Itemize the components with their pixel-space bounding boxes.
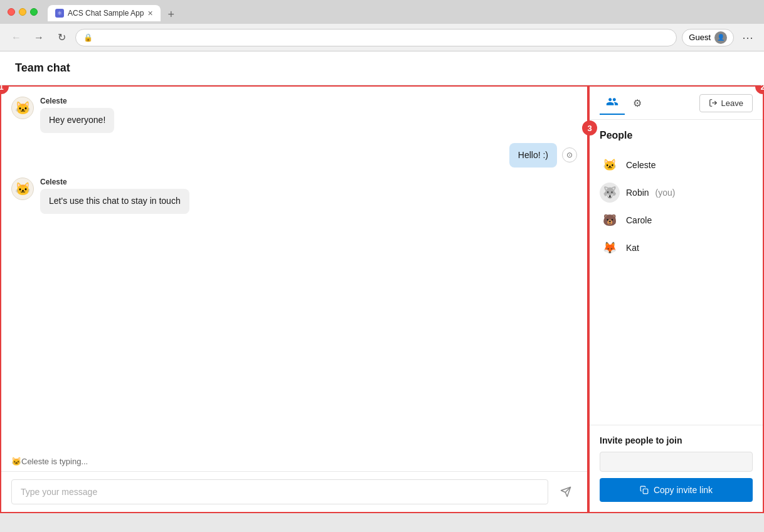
leave-button[interactable]: Leave <box>699 94 753 112</box>
leave-label: Leave <box>721 98 743 108</box>
reload-button[interactable]: ↻ <box>53 29 70 46</box>
invite-section: Invite people to join Copy invite link <box>590 425 763 512</box>
invite-title: Invite people to join <box>600 435 753 445</box>
invite-input[interactable] <box>600 452 753 472</box>
new-tab-button[interactable]: + <box>166 8 178 21</box>
right-panel: 2 3 ⚙ Leave <box>588 85 764 513</box>
avatar: 🐱 <box>11 97 34 119</box>
people-section: People 🐱 Celeste 🐺 Robin (you) 🐻 Carole … <box>590 120 763 425</box>
forward-button[interactable]: → <box>30 29 48 46</box>
messages-container: 🐱 Celeste Hey everyone! Hello! :) ⊙ 🐱 <box>1 87 587 452</box>
page-title: Team chat <box>15 61 70 74</box>
profile-button[interactable]: Guest 👤 <box>682 29 734 46</box>
chat-area: 1 🐱 Celeste Hey everyone! Hello! :) ⊙ <box>0 85 588 513</box>
outgoing-message-bubble: Hello! :) <box>509 143 557 168</box>
person-item-carole: 🐻 Carole <box>600 206 753 234</box>
person-avatar-carole: 🐻 <box>600 210 620 230</box>
message-input[interactable] <box>11 479 548 504</box>
traffic-lights <box>8 8 38 16</box>
gear-icon: ⚙ <box>633 97 642 109</box>
person-item-kat: 🦊 Kat <box>600 234 753 262</box>
tab-title: ACS Chat Sample App <box>68 9 144 18</box>
panel-tabs: ⚙ <box>600 92 650 114</box>
more-options-button[interactable]: ⋯ <box>739 29 756 46</box>
people-icon <box>606 95 618 111</box>
message-input-area <box>1 471 587 512</box>
message-bubble-2: Let's use this chat to stay in touch <box>40 189 189 214</box>
tab-people[interactable] <box>600 92 625 114</box>
tab-favicon: ⚛ <box>55 9 64 18</box>
tab-settings[interactable]: ⚙ <box>625 92 650 114</box>
annotation-badge-3: 3 <box>582 120 597 136</box>
message-content: Celeste Hey everyone! <box>40 97 114 133</box>
reaction-button[interactable]: ⊙ <box>562 147 577 162</box>
typing-indicator: 🐱Celeste is typing... <box>1 452 587 471</box>
message-sender-2: Celeste <box>40 178 189 186</box>
copy-invite-label: Copy invite link <box>654 485 713 495</box>
svg-rect-3 <box>643 489 648 494</box>
profile-avatar: 👤 <box>714 31 727 44</box>
browser-tab[interactable]: ⚛ ACS Chat Sample App × <box>48 5 161 21</box>
person-item-robin: 🐺 Robin (you) <box>600 179 753 206</box>
back-button[interactable]: ← <box>8 29 25 46</box>
lock-icon: 🔒 <box>83 33 93 42</box>
message-group: 🐱 Celeste Hey everyone! <box>11 97 577 133</box>
section-title: People <box>600 130 753 141</box>
person-avatar-robin: 🐺 <box>600 183 620 203</box>
message-group-2: 🐱 Celeste Let's use this chat to stay in… <box>11 178 577 214</box>
avatar-2: 🐱 <box>11 178 34 200</box>
message-sender: Celeste <box>40 97 114 105</box>
minimize-button[interactable] <box>19 8 26 16</box>
person-name-celeste: Celeste <box>626 160 655 170</box>
maximize-button[interactable] <box>30 8 38 16</box>
right-panel-header: ⚙ Leave <box>590 87 763 120</box>
person-name-kat: Kat <box>626 243 639 253</box>
person-name-carole: Carole <box>626 215 652 225</box>
profile-label: Guest <box>689 33 711 42</box>
message-bubble: Hey everyone! <box>40 108 114 133</box>
address-bar[interactable]: 🔒 <box>75 29 677 46</box>
person-you-label: (you) <box>655 188 676 198</box>
person-item: 🐱 Celeste <box>600 151 753 179</box>
person-avatar-celeste: 🐱 <box>600 155 620 175</box>
message-content-2: Celeste Let's use this chat to stay in t… <box>40 178 189 214</box>
message-group-outgoing: Hello! :) ⊙ <box>11 143 577 168</box>
person-name-robin: Robin <box>626 188 649 198</box>
send-button[interactable] <box>554 481 577 503</box>
close-button[interactable] <box>8 8 15 16</box>
person-avatar-kat: 🦊 <box>600 238 620 258</box>
copy-invite-button[interactable]: Copy invite link <box>600 478 753 502</box>
tab-close-button[interactable]: × <box>147 9 152 18</box>
